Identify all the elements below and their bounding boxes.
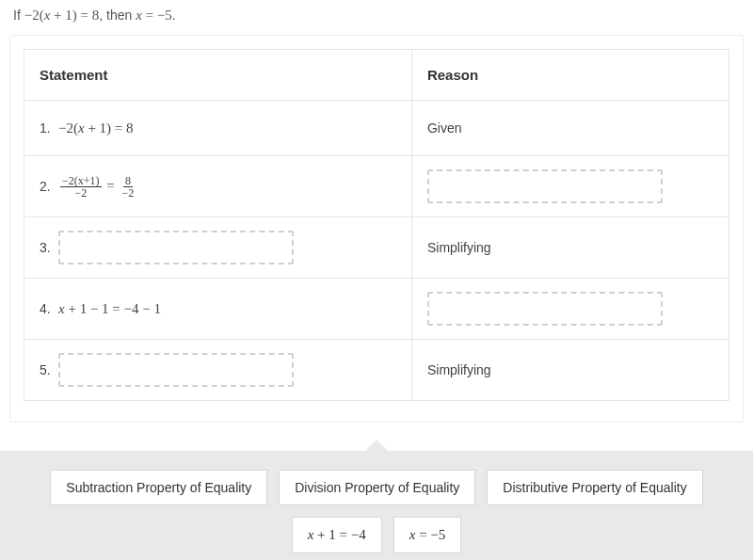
answer-tile[interactable]: Subtraction Property of Equality — [50, 470, 267, 505]
reason-dropzone[interactable] — [427, 169, 663, 203]
answer-tile[interactable]: x = −5 — [393, 517, 462, 553]
table-row: 3. Simplifying — [24, 217, 729, 279]
answer-tile[interactable]: Division Property of Equality — [279, 470, 475, 505]
answer-tray-area: Subtraction Property of Equality Divisio… — [0, 423, 753, 560]
statement-math: −2(x + 1) = 8 — [58, 120, 134, 136]
reason-text: Simplifying — [411, 217, 729, 279]
row-number: 5. — [40, 362, 53, 377]
answer-tile[interactable]: Distributive Property of Equality — [487, 470, 702, 505]
tray-arrow-icon — [361, 440, 392, 455]
reason-text: Given — [411, 101, 729, 156]
reason-text: Simplifying — [411, 340, 729, 401]
row-number: 3. — [40, 240, 53, 255]
table-row: 5. Simplifying — [24, 340, 729, 401]
header-statement: Statement — [24, 50, 412, 101]
table-row: 1. −2(x + 1) = 8 Given — [24, 101, 729, 156]
table-row: 4. x + 1 − 1 = −4 − 1 — [24, 279, 729, 340]
statement-dropzone[interactable] — [58, 353, 294, 387]
answer-tile[interactable]: x + 1 = −4 — [292, 517, 382, 553]
statement-dropzone[interactable] — [58, 231, 294, 264]
statement-math: −2(x+1)−2 = 8−2 — [58, 175, 137, 199]
header-reason: Reason — [411, 50, 729, 101]
statement-math: x + 1 − 1 = −4 − 1 — [58, 301, 161, 317]
row-number: 4. — [40, 301, 53, 316]
row-number: 1. — [40, 120, 53, 136]
row-number: 2. — [40, 179, 53, 194]
problem-prompt: If −2(x + 1) = 8, then x = −5. — [9, 8, 744, 35]
proof-table: Statement Reason 1. −2(x + 1) = 8 Given — [24, 49, 729, 401]
reason-dropzone[interactable] — [427, 292, 663, 326]
proof-panel: Statement Reason 1. −2(x + 1) = 8 Given — [9, 35, 744, 423]
answer-tray: Subtraction Property of Equality Divisio… — [0, 451, 753, 560]
table-row: 2. −2(x+1)−2 = 8−2 — [24, 156, 729, 217]
